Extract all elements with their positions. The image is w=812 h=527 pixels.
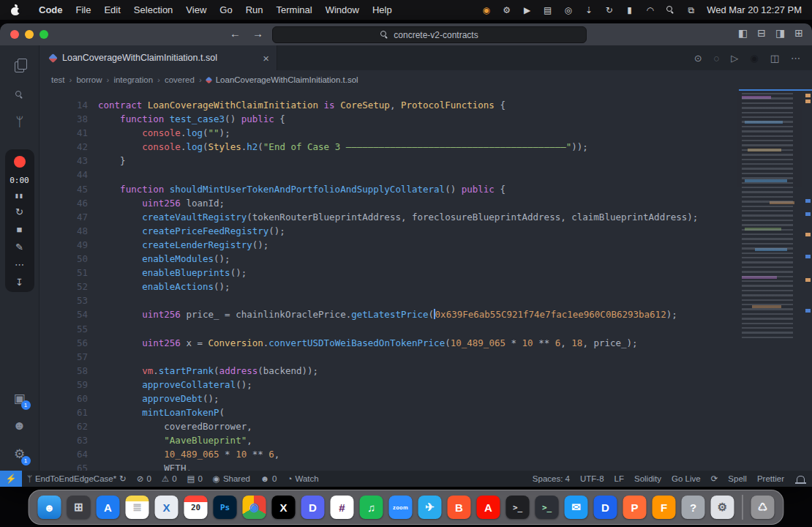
dock-app-zoom[interactable]: zoom (389, 496, 413, 519)
menu-app-name[interactable]: Code (32, 4, 69, 15)
code-line[interactable]: 59 approveCollateral(); (40, 378, 736, 392)
dock-app-trash[interactable]: ♺ (751, 496, 775, 519)
code-line[interactable]: 64 10_489_065 * 10 ** 6, (40, 447, 736, 461)
code-line[interactable]: 43 } (40, 154, 736, 168)
dock-app-firefox[interactable]: F (653, 496, 676, 519)
minimap[interactable] (737, 91, 802, 471)
shared-indicator[interactable]: ◉Shared (208, 474, 255, 484)
titlebar[interactable]: ← → concrete-v2-contracts ◧⊟◨⊞ (0, 23, 812, 45)
apple-menu-icon[interactable] (10, 5, 20, 15)
code-line[interactable]: 14contract LoanCoverageWithClaimInitiati… (40, 98, 736, 112)
notifications-bell-icon[interactable] (797, 476, 805, 482)
breadcrumb-item[interactable]: integration (113, 75, 153, 84)
minimize-window-button[interactable] (25, 30, 34, 39)
dock-app-chrome[interactable]: ◉ (243, 496, 266, 519)
download-status-icon[interactable]: ⇣ (584, 5, 593, 15)
clients-count[interactable]: ☻0 (255, 474, 282, 483)
run-icon[interactable]: ▷ (731, 53, 738, 64)
dock-app-docker[interactable]: D (594, 496, 617, 519)
breadcrumb-item[interactable]: covered (165, 75, 195, 84)
settings-gear-icon[interactable]: ⚙1 (8, 443, 31, 465)
spell-checker[interactable]: Spell (723, 474, 752, 483)
code-line[interactable]: 48 createPriceFeedRegistry(); (40, 224, 736, 238)
errors-count[interactable]: ⊘0 (132, 474, 157, 484)
more-options-button[interactable]: ⋯ (15, 260, 24, 269)
toggle-panel-icon[interactable]: ⊟ (757, 27, 766, 39)
code-line[interactable]: 44 (40, 168, 736, 182)
menu-help[interactable]: Help (366, 4, 399, 15)
menu-run[interactable]: Run (239, 4, 270, 15)
toggle-sidebar-icon[interactable]: ◧ (738, 27, 748, 39)
menubar-clock[interactable]: Wed Mar 20 12:27 PM (707, 4, 802, 15)
code-line[interactable]: 38 function test_case3() public { (40, 112, 736, 126)
code-line[interactable]: 60 approveDebt(); (40, 392, 736, 405)
dock-app-system-settings[interactable]: ⚙ (711, 496, 734, 519)
code-line[interactable]: 47 createVaultRegistry(tokenRouterBluepr… (40, 210, 736, 224)
camera-status-icon[interactable]: ◎ (563, 5, 573, 15)
code-line[interactable]: 56 uint256 x = Conversion.convertUSDToWe… (40, 336, 736, 350)
zoom-window-button[interactable] (40, 30, 48, 39)
dock-app-terminal[interactable]: >_ (506, 496, 530, 519)
language-indicator[interactable]: Solidity (629, 474, 666, 483)
code-line[interactable]: 46 uint256 loanId; (40, 196, 736, 210)
code-line[interactable]: 42 console.log(Styles.h2("End of Case 3 … (40, 140, 736, 154)
code-line[interactable]: 63 "AaveBlueprint", (40, 433, 736, 447)
code-line[interactable]: 53 (40, 294, 736, 307)
dock-app-brave[interactable]: B (448, 496, 471, 519)
dock-app-photoshop[interactable]: Ps (214, 496, 237, 519)
spinner-indicator[interactable]: ⟳ (706, 474, 723, 484)
menu-edit[interactable]: Edit (97, 4, 127, 15)
dock-app-postman[interactable]: P (623, 496, 647, 519)
watch-indicator[interactable]: ◔Watch (282, 474, 324, 483)
prettier-indicator[interactable]: Prettier (752, 474, 789, 483)
dock-app-x-app[interactable]: X (272, 496, 296, 519)
pause-button[interactable]: ▮▮ (15, 193, 24, 199)
code-line[interactable]: 49 createLenderRegistry(); (40, 238, 736, 252)
play-status-icon[interactable]: ▶ (522, 5, 532, 15)
code-line[interactable]: 57 (40, 350, 736, 364)
dock-app-acrobat[interactable]: A (477, 496, 500, 519)
command-center-search[interactable]: concrete-v2-contracts (272, 26, 587, 43)
restart-button[interactable]: ↻ (15, 207, 23, 217)
source-control-icon[interactable]: ᛘ (8, 111, 31, 133)
customize-layout-icon[interactable]: ⊞ (794, 27, 803, 39)
share-button[interactable]: ↧ (15, 277, 23, 287)
git-branch[interactable]: ᛘ EndToEndEdgeCase* ↻ (22, 474, 132, 484)
close-window-button[interactable] (10, 30, 19, 39)
code-line[interactable]: 45 function shouldMintUserTokenAndPortfo… (40, 182, 736, 196)
go-live-button[interactable]: Go Live (666, 474, 706, 483)
dock-app-slack[interactable]: # (331, 496, 354, 519)
split-editor-icon[interactable]: ◫ (770, 53, 779, 64)
control-center-icon[interactable]: ⧉ (686, 5, 696, 15)
record-button[interactable] (14, 156, 26, 168)
tab-loancoverage-file[interactable]: LoanCoverageWithClaimInitiation.t.sol × (40, 45, 277, 70)
dock-app-notes[interactable]: ≣ (126, 496, 149, 519)
dock-app-help[interactable]: ? (682, 496, 705, 519)
recorder-status-icon[interactable]: ◉ (481, 5, 491, 15)
stats-status-icon[interactable]: ▤ (543, 5, 552, 15)
close-tab-icon[interactable]: × (263, 52, 269, 64)
account-icon[interactable]: ☻ (8, 415, 31, 437)
menu-window[interactable]: Window (319, 4, 366, 15)
code-line[interactable]: 65 WETH, (40, 461, 736, 471)
ports-count[interactable]: ▤0 (182, 474, 208, 484)
stop-button[interactable]: ■ (17, 225, 23, 234)
eol-indicator[interactable]: LF (609, 474, 629, 483)
breadcrumb-file[interactable]: LoanCoverageWithClaimInitiation.t.sol (206, 75, 358, 84)
code-line[interactable]: 52 enableActions(); (40, 280, 736, 294)
warnings-count[interactable]: ⚠0 (157, 474, 182, 484)
run-previous-icon[interactable]: ⊙ (694, 53, 702, 64)
remote-indicator[interactable]: ⚡ (0, 471, 22, 487)
code-line[interactable]: 55 (40, 322, 736, 336)
debug-profile-icon[interactable]: ◉ (750, 53, 758, 64)
dock-app-telegram[interactable]: ✈ (418, 496, 442, 519)
code-line[interactable]: 54 uint256 price_ = chainlinkOraclePrice… (40, 307, 736, 321)
draw-button[interactable]: ✎ (15, 242, 23, 252)
code-line[interactable]: 58 vm.startPrank(address(backend)); (40, 364, 736, 378)
code-line[interactable]: 50 enableModules(); (40, 252, 736, 266)
battery-icon[interactable]: ▮ (625, 5, 634, 15)
sync-status-icon[interactable]: ↻ (604, 5, 614, 15)
code-line[interactable]: 62 coveredBorrower, (40, 419, 736, 433)
dock-app-iterm[interactable]: >_ (535, 496, 559, 519)
wifi-icon[interactable]: ◠ (645, 5, 655, 15)
